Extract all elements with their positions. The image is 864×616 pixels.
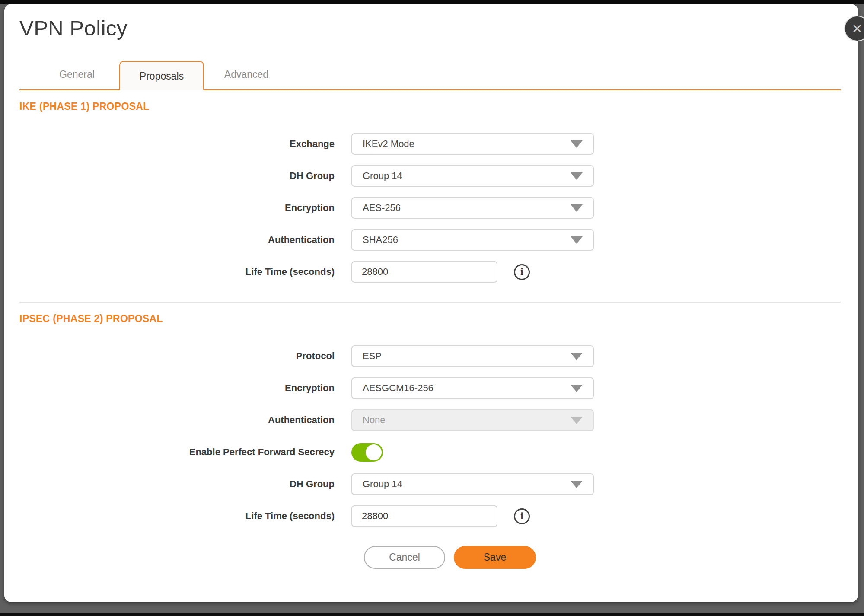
ike-encryption-select[interactable]: AES-256 [351,197,594,219]
ipsec-authentication-select: None [351,409,594,431]
ipsec-dh-group-select[interactable]: Group 14 [351,473,594,495]
pfs-toggle[interactable] [351,443,383,462]
page-title: VPN Policy [19,16,858,40]
ike-dh-group-row: DH Group Group 14 [19,165,858,187]
ipsec-dh-group-label: DH Group [19,479,351,490]
chevron-down-icon [571,172,583,180]
ipsec-encryption-selected-value: AESGCM16-256 [363,383,434,394]
ipsec-dh-group-row: DH Group Group 14 [19,473,858,495]
ipsec-authentication-selected-value: None [363,415,386,426]
ike-dh-group-select[interactable]: Group 14 [351,165,594,187]
chevron-down-icon [571,204,583,212]
exchange-select[interactable]: IKEv2 Mode [351,133,594,155]
ipsec-life-time-row: Life Time (seconds) i [19,505,858,527]
chevron-down-icon [571,417,583,424]
ike-dh-group-label: DH Group [19,170,351,182]
ipsec-phase2-form: Protocol ESP Encryption AESGCM16-256 Aut… [19,345,858,527]
chevron-down-icon [571,481,583,488]
chevron-down-icon [571,236,583,244]
protocol-select[interactable]: ESP [351,345,594,367]
ike-life-time-label: Life Time (seconds) [19,266,351,278]
ipsec-authentication-label: Authentication [19,415,351,426]
ike-authentication-select[interactable]: SHA256 [351,229,594,251]
info-icon[interactable]: i [514,508,530,524]
chevron-down-icon [571,353,583,360]
exchange-selected-value: IKEv2 Mode [363,138,414,150]
section-divider [19,302,841,303]
pfs-label: Enable Perfect Forward Secrecy [19,447,351,458]
ike-encryption-row: Encryption AES-256 [19,197,858,219]
window-bottom-edge [0,613,864,616]
tab-advanced[interactable]: Advanced [204,60,289,89]
tab-general[interactable]: General [35,60,119,89]
chevron-down-icon [571,385,583,392]
footer-actions: Cancel Save [19,546,858,569]
ipsec-life-time-label: Life Time (seconds) [19,511,351,522]
ike-authentication-label: Authentication [19,234,351,246]
ike-dh-group-selected-value: Group 14 [363,170,402,182]
ipsec-encryption-row: Encryption AESGCM16-256 [19,377,858,399]
ipsec-phase2-heading: IPSEC (PHASE 2) PROPOSAL [19,313,858,325]
protocol-row: Protocol ESP [19,345,858,367]
pfs-row: Enable Perfect Forward Secrecy [19,441,858,463]
save-button[interactable]: Save [454,546,536,569]
ike-authentication-row: Authentication SHA256 [19,229,858,251]
ike-phase1-heading: IKE (PHASE 1) PROPOSAL [19,101,858,112]
cancel-button[interactable]: Cancel [364,546,445,569]
info-icon[interactable]: i [514,264,530,280]
exchange-row: Exchange IKEv2 Mode [19,133,858,155]
window-top-edge [0,0,864,4]
ike-encryption-label: Encryption [19,202,351,214]
close-icon: ✕ [851,21,862,36]
ipsec-life-time-input[interactable] [351,505,497,527]
ike-phase1-form: Exchange IKEv2 Mode DH Group Group 14 En… [19,133,858,283]
ipsec-encryption-select[interactable]: AESGCM16-256 [351,377,594,399]
toggle-knob [366,444,382,460]
protocol-selected-value: ESP [363,351,382,362]
tab-bar: General Proposals Advanced [19,60,841,90]
ipsec-encryption-label: Encryption [19,383,351,394]
tab-proposals[interactable]: Proposals [119,61,204,90]
ipsec-dh-group-selected-value: Group 14 [363,479,402,490]
ike-life-time-row: Life Time (seconds) i [19,261,858,283]
chevron-down-icon [571,140,583,148]
ike-encryption-selected-value: AES-256 [363,202,401,214]
ipsec-authentication-row: Authentication None [19,409,858,431]
ike-life-time-input[interactable] [351,261,497,283]
protocol-label: Protocol [19,351,351,362]
ike-authentication-selected-value: SHA256 [363,234,398,246]
vpn-policy-dialog: VPN Policy General Proposals Advanced IK… [4,4,858,602]
exchange-label: Exchange [19,138,351,150]
